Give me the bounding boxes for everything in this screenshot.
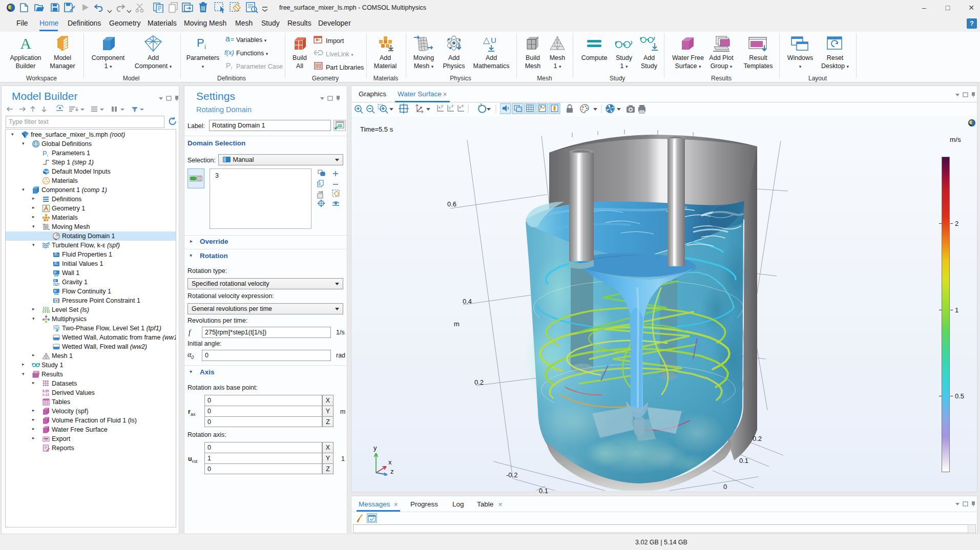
svg-text:z: z — [390, 468, 394, 475]
svg-text:D: D — [54, 252, 57, 255]
svg-text:P: P — [43, 150, 47, 157]
svg-text:x: x — [388, 458, 392, 466]
svg-text:z: z — [451, 103, 453, 108]
svg-text:8.85: 8.85 — [43, 389, 49, 393]
svg-text:DC: DC — [55, 293, 58, 295]
svg-text:P: P — [226, 61, 231, 70]
svg-text:P: P — [197, 37, 204, 49]
svg-text:A: A — [20, 36, 31, 51]
svg-text:x: x — [459, 105, 461, 110]
svg-text:f(x): f(x) — [224, 49, 234, 56]
svg-text:D: D — [54, 271, 57, 274]
svg-text:a: a — [225, 35, 230, 43]
svg-text:D: D — [54, 279, 56, 282]
svg-text:△: △ — [483, 35, 490, 45]
svg-text:D: D — [54, 261, 57, 264]
svg-text:x: x — [439, 105, 441, 110]
svg-text:y: y — [449, 105, 451, 110]
svg-text:e-12: e-12 — [43, 393, 49, 396]
svg-text:z: z — [462, 103, 464, 108]
svg-text:i: i — [47, 153, 48, 157]
svg-text:y: y — [373, 444, 377, 452]
svg-text:D: D — [54, 289, 57, 292]
svg-text:U: U — [491, 36, 496, 45]
svg-text:i: i — [204, 43, 206, 49]
svg-text:i: i — [231, 66, 232, 70]
svg-text:DC: DC — [55, 274, 58, 277]
svg-text:y: y — [441, 103, 443, 108]
svg-text:=: = — [231, 36, 234, 43]
